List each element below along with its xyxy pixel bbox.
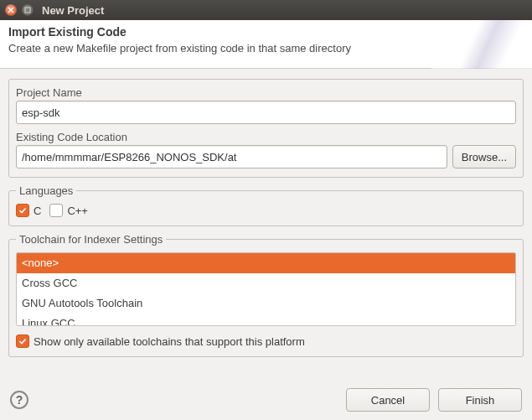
window-titlebar: New Project [0, 0, 532, 20]
wizard-header: Import Existing Code Create a new Makefi… [0, 20, 532, 69]
toolchain-item[interactable]: Cross GCC [17, 273, 515, 293]
browse-button[interactable]: Browse... [452, 145, 516, 169]
show-only-checkbox[interactable] [16, 334, 29, 348]
cpp-checkbox[interactable] [49, 204, 63, 217]
toolchain-item[interactable]: <none> [17, 253, 515, 273]
minimize-icon[interactable] [22, 4, 34, 16]
cancel-button[interactable]: Cancel [346, 388, 430, 412]
c-checkbox[interactable] [16, 204, 29, 217]
project-name-label: Project Name [16, 86, 516, 99]
project-group: Project Name Existing Code Location Brow… [8, 79, 524, 178]
toolchain-item[interactable]: GNU Autotools Toolchain [17, 293, 515, 314]
project-name-input[interactable] [16, 101, 516, 124]
cpp-checkbox-label: C++ [67, 205, 88, 217]
wizard-footer: ? Cancel Finish [0, 380, 532, 420]
svg-rect-0 [25, 8, 30, 13]
window-title: New Project [42, 4, 104, 17]
toolchain-legend: Toolchain for Indexer Settings [16, 233, 166, 246]
languages-group: Languages C C++ [8, 184, 524, 226]
languages-legend: Languages [16, 184, 76, 197]
code-location-label: Existing Code Location [16, 131, 516, 143]
header-decoration [431, 20, 532, 69]
toolchain-item[interactable]: Linux GCC [17, 314, 515, 326]
toolchain-group: Toolchain for Indexer Settings <none>Cro… [8, 233, 524, 357]
show-only-label: Show only available toolchains that supp… [34, 335, 305, 348]
code-location-input[interactable] [16, 145, 447, 169]
help-button[interactable]: ? [10, 391, 28, 409]
close-icon[interactable] [5, 4, 17, 16]
finish-button[interactable]: Finish [438, 388, 522, 412]
c-checkbox-label: C [34, 205, 41, 217]
toolchain-listbox[interactable]: <none>Cross GCCGNU Autotools ToolchainLi… [16, 252, 516, 326]
